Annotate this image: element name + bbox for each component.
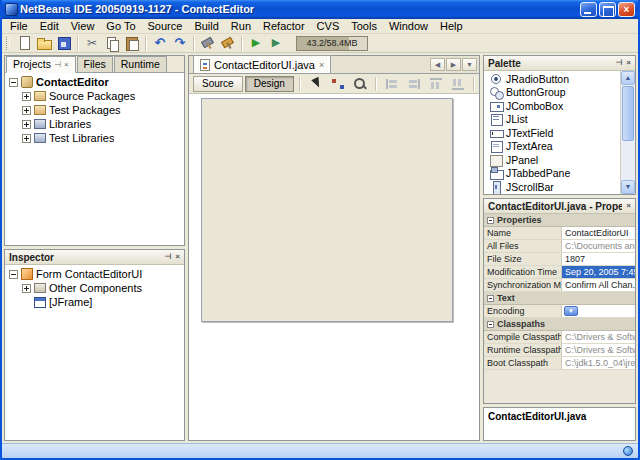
tree-item-contacteditor[interactable]: ContactEditor [5, 75, 184, 89]
debug-project-button[interactable]: ▶ [266, 34, 286, 52]
maximize-button[interactable] [599, 2, 616, 17]
property-row-modification-time[interactable]: Modification Time Sep 20, 2005 7:45:10 [484, 266, 635, 279]
auto-hide-icon[interactable]: ⊣ [164, 252, 171, 262]
selection-mode-button[interactable] [306, 75, 326, 93]
palette-item-jcombobox[interactable]: JComboBox [484, 99, 635, 113]
scrollbar-thumb[interactable] [622, 86, 634, 141]
menu-cvs[interactable]: CVS [311, 19, 346, 34]
scrollbar-track[interactable] [621, 142, 635, 180]
collapse-section-icon[interactable] [487, 321, 494, 328]
property-row-compile-classpath[interactable]: Compile Classpath C:\Drivers & Softw... [484, 331, 635, 344]
palette-item-jpanel[interactable]: JPanel [484, 153, 635, 167]
collapse-section-icon[interactable] [487, 295, 494, 302]
scroll-tabs-left-button[interactable]: ◀ [430, 58, 445, 71]
minimize-button[interactable] [580, 2, 597, 17]
menu-refactor[interactable]: Refactor [257, 19, 311, 34]
menu-window[interactable]: Window [383, 19, 434, 34]
property-value[interactable]: ▼ [562, 305, 635, 317]
align-right-button[interactable] [404, 75, 424, 93]
property-value[interactable]: C:\Documents and S... [562, 240, 635, 252]
source-view-button[interactable]: Source [193, 76, 243, 92]
property-row-runtime-classpath[interactable]: Runtime Classpath C:\Drivers & Softw... [484, 344, 635, 357]
palette-item-jscrollbar[interactable]: JScrollBar [484, 180, 635, 194]
tab-runtime[interactable]: Runtime [114, 56, 167, 72]
redo-button[interactable]: ↷ [170, 34, 190, 52]
tree-item-other-components[interactable]: Other Components [5, 281, 184, 295]
cut-button[interactable]: ✂ [82, 34, 102, 52]
editor-tab-contacteditorui[interactable]: ContactEditorUI.java × [193, 55, 331, 73]
tab-close-icon[interactable]: × [319, 60, 324, 70]
palette-item-buttongroup[interactable]: ButtonGroup [484, 86, 635, 100]
property-value[interactable]: C:\Drivers & Softw... [562, 344, 635, 356]
toolbar-grip[interactable] [6, 37, 10, 50]
property-value[interactable]: ContactEditorUI [562, 227, 635, 239]
collapse-icon[interactable] [9, 270, 18, 279]
memory-meter[interactable]: 43.2/58.4MB [296, 36, 368, 51]
close-panel-icon[interactable]: × [64, 61, 69, 69]
tree-item-source-packages[interactable]: Source Packages [5, 89, 184, 103]
tree-item-jframe[interactable]: [JFrame] [5, 295, 184, 309]
titlebar[interactable]: NetBeans IDE 20050919-1127 - ContactEdit… [2, 0, 638, 19]
design-canvas[interactable] [189, 94, 479, 440]
update-center-icon[interactable] [623, 446, 633, 456]
tree-item-test-packages[interactable]: Test Packages [5, 103, 184, 117]
run-project-button[interactable]: ▶ [246, 34, 266, 52]
expand-icon[interactable] [22, 106, 31, 115]
combo-dropdown-icon[interactable]: ▼ [564, 306, 578, 316]
tab-list-button[interactable]: ▼ [462, 58, 477, 71]
palette-item-jtextarea[interactable]: JTextArea [484, 140, 635, 154]
new-file-button[interactable] [14, 34, 34, 52]
align-bottom-button[interactable] [448, 75, 468, 93]
palette-item-jradiobutton[interactable]: JRadioButton [484, 72, 635, 86]
section-properties[interactable]: Properties [484, 214, 635, 227]
auto-hide-icon[interactable]: ⊣ [54, 61, 61, 69]
tree-item-test-libraries[interactable]: Test Libraries [5, 131, 184, 145]
align-left-button[interactable] [382, 75, 402, 93]
clean-build-button[interactable] [218, 34, 238, 52]
menu-file[interactable]: File [4, 19, 34, 34]
menu-source[interactable]: Source [142, 19, 189, 34]
copy-button[interactable] [102, 34, 122, 52]
property-row-name[interactable]: Name ContactEditorUI [484, 227, 635, 240]
menu-tools[interactable]: Tools [345, 19, 383, 34]
property-value[interactable]: 1807 [562, 253, 635, 265]
property-row-all-files[interactable]: All Files C:\Documents and S... [484, 240, 635, 253]
menu-run[interactable]: Run [225, 19, 257, 34]
build-project-button[interactable] [198, 34, 218, 52]
paste-button[interactable] [122, 34, 142, 52]
palette-item-jtextfield[interactable]: JTextField [484, 126, 635, 140]
property-row-boot-classpath[interactable]: Boot Classpath C:\jdk1.5.0_04\jre... [484, 357, 635, 370]
property-row-file-size[interactable]: File Size 1807 [484, 253, 635, 266]
property-value[interactable]: C:\jdk1.5.0_04\jre... [562, 357, 635, 369]
tab-projects[interactable]: Projects ⊣ × [6, 56, 76, 73]
close-panel-icon[interactable]: × [626, 58, 631, 68]
property-row-synchronization-mode[interactable]: Synchronization Mode Confirm All Chan... [484, 279, 635, 292]
design-view-button[interactable]: Design [245, 76, 294, 92]
connection-mode-button[interactable] [328, 75, 348, 93]
preview-design-button[interactable] [350, 75, 370, 93]
section-text[interactable]: Text [484, 292, 635, 305]
auto-hide-icon[interactable]: ⊣ [615, 58, 622, 68]
open-project-button[interactable] [34, 34, 54, 52]
save-all-button[interactable] [54, 34, 74, 52]
palette-scrollbar[interactable]: ▲ ▼ [620, 71, 635, 194]
expand-icon[interactable] [22, 284, 31, 293]
menu-view[interactable]: View [65, 19, 101, 34]
align-top-button[interactable] [426, 75, 446, 93]
tree-item-form-contacteditorui[interactable]: Form ContactEditorUI [5, 267, 184, 281]
expand-icon[interactable] [22, 120, 31, 129]
property-value[interactable]: C:\Drivers & Softw... [562, 331, 635, 343]
scroll-down-icon[interactable]: ▼ [621, 180, 635, 194]
menu-edit[interactable]: Edit [34, 19, 65, 34]
menu-build[interactable]: Build [188, 19, 224, 34]
tab-files[interactable]: Files [77, 56, 113, 72]
palette-item-jlist[interactable]: JList [484, 113, 635, 127]
scroll-tabs-right-button[interactable]: ▶ [446, 58, 461, 71]
expand-icon[interactable] [22, 134, 31, 143]
collapse-icon[interactable] [9, 78, 18, 87]
property-value[interactable]: Confirm All Chan... [562, 279, 635, 291]
palette-item-jtabbedpane[interactable]: JTabbedPane [484, 167, 635, 181]
tree-item-libraries[interactable]: Libraries [5, 117, 184, 131]
close-panel-icon[interactable]: × [626, 201, 631, 211]
jframe-design-surface[interactable] [201, 98, 453, 322]
